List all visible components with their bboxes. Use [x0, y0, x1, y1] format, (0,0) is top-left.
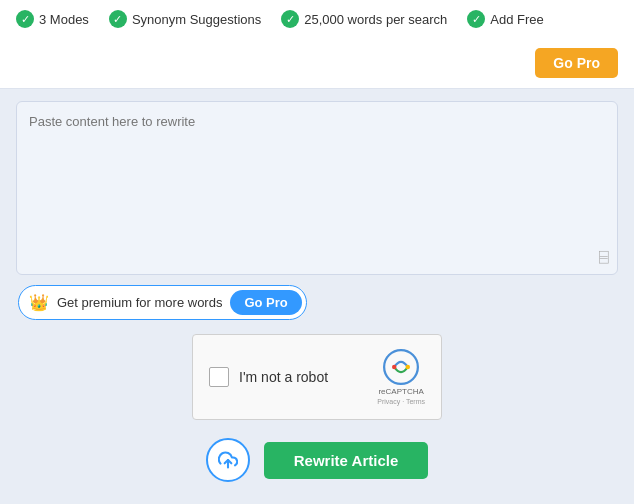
feature-words: ✓ 25,000 words per search [281, 10, 447, 28]
captcha-checkbox[interactable] [209, 367, 229, 387]
feature-synonyms-label: Synonym Suggestions [132, 12, 261, 27]
feature-addfree: ✓ Add Free [467, 10, 543, 28]
feature-addfree-label: Add Free [490, 12, 543, 27]
captcha-right: reCAPTCHA Privacy · Terms [377, 349, 425, 405]
main-content: ⌸ 👑 Get premium for more words Go Pro I'… [0, 89, 634, 504]
crown-icon: 👑 [29, 293, 49, 312]
feature-3modes-label: 3 Modes [39, 12, 89, 27]
top-bar: ✓ 3 Modes ✓ Synonym Suggestions ✓ 25,000… [0, 0, 634, 89]
recaptcha-subtext: Privacy · Terms [377, 398, 425, 405]
content-textarea[interactable] [17, 102, 617, 274]
feature-3modes: ✓ 3 Modes [16, 10, 89, 28]
go-pro-small-button[interactable]: Go Pro [230, 290, 301, 315]
check-icon-words: ✓ [281, 10, 299, 28]
recaptcha-brand-text: reCAPTCHA [378, 387, 423, 396]
svg-point-2 [406, 365, 411, 370]
captcha-section: I'm not a robot reCAPTCHA Privacy · Term… [192, 334, 442, 420]
check-icon-3modes: ✓ [16, 10, 34, 28]
textarea-wrapper: ⌸ [16, 101, 618, 275]
captcha-area: I'm not a robot reCAPTCHA Privacy · Term… [16, 334, 618, 420]
check-icon-synonyms: ✓ [109, 10, 127, 28]
upload-button[interactable] [206, 438, 250, 482]
premium-banner: 👑 Get premium for more words Go Pro [18, 285, 307, 320]
check-icon-addfree: ✓ [467, 10, 485, 28]
upload-icon [218, 450, 238, 470]
svg-point-1 [392, 365, 397, 370]
action-row: Rewrite Article [16, 430, 618, 492]
feature-words-label: 25,000 words per search [304, 12, 447, 27]
premium-text: Get premium for more words [57, 295, 222, 310]
go-pro-top-button[interactable]: Go Pro [535, 48, 618, 78]
recaptcha-logo-icon [383, 349, 419, 385]
bottom-bar: 👑 Get premium for more words Go Pro [16, 285, 618, 320]
feature-synonyms: ✓ Synonym Suggestions [109, 10, 261, 28]
svg-point-0 [384, 350, 418, 384]
captcha-left: I'm not a robot [209, 367, 328, 387]
text-format-icon: ⌸ [599, 248, 609, 266]
captcha-label: I'm not a robot [239, 369, 328, 385]
rewrite-article-button[interactable]: Rewrite Article [264, 442, 428, 479]
